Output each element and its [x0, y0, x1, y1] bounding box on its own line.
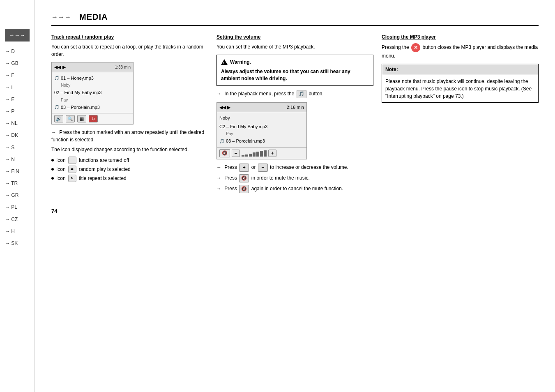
bullet-prefix-3: Icon — [56, 175, 66, 182]
vol-controls: ◀◀ ▶ — [219, 104, 230, 111]
warning-triangle-icon — [221, 59, 228, 65]
sidebar-item-s[interactable]: → S — [0, 142, 35, 154]
sidebar-item-f[interactable]: → F — [0, 69, 35, 81]
note-box: Note: Please note that music playback wi… — [382, 64, 539, 103]
vol-bar-5 — [256, 152, 259, 157]
mute-btn-inline-2[interactable]: 🔇 — [239, 185, 249, 193]
volume-player: ◀◀ ▶ 2:16 min Noby C2 – Find My Baby.mp3… — [216, 102, 307, 159]
bullet-prefix-1: Icon — [56, 157, 66, 164]
sidebar: →→→ → D → GB → F → I → E → P → NL → DK →… — [0, 0, 35, 392]
page-title: MEDIA — [79, 12, 108, 22]
col3-close: Closing the MP3 player Pressing the ✕ bu… — [382, 34, 539, 196]
bullet-item-3: Icon ↻ title repeat is selected — [51, 175, 208, 182]
col1-icon-change-text: The icon displayed changes according to … — [51, 146, 208, 153]
mute-btn-inline-1[interactable]: 🔇 — [239, 174, 249, 182]
sidebar-header: →→→ — [5, 29, 30, 42]
media-player-1: ◀◀ ▶ 1:38 min 🎵 01 – Honey.mp3 Noby — [51, 62, 134, 125]
mp1-back-icon: ◀◀ — [54, 64, 61, 71]
col1-bullet-list: Icon functions are turned off Icon ⇄ ran… — [51, 157, 208, 182]
header-arrows: →→→ — [51, 14, 71, 21]
note-title: Note: — [382, 64, 538, 75]
vol-mute-btn[interactable]: 🔇 — [219, 149, 230, 157]
vol-topbar: ◀◀ ▶ 2:16 min — [217, 103, 306, 113]
sidebar-item-fin[interactable]: → FIN — [0, 166, 35, 178]
col2-playback-text: → In the playback menu, press the 🎵 butt… — [216, 90, 373, 98]
vol-bar-4 — [253, 152, 256, 157]
arrow-indicator-3: → — [216, 164, 221, 171]
sidebar-item-pl[interactable]: → PL — [0, 201, 35, 213]
warning-title: Warning. — [221, 58, 369, 66]
vol-minus-btn[interactable]: − — [232, 150, 240, 157]
vol-bottom: 🔇 − + — [217, 147, 306, 159]
mp1-btn-search[interactable]: 🔍 — [66, 115, 75, 122]
mp1-time: 1:38 min — [115, 64, 131, 70]
warning-text: Always adjust the volume so that you can… — [221, 68, 369, 82]
sidebar-item-dk[interactable]: → DK — [0, 129, 35, 141]
bullet-dot-1 — [51, 159, 54, 161]
mp1-track1-name: 01 – Honey.mp3 — [61, 75, 94, 82]
col1-track-repeat: Track repeat / random play You can set a… — [51, 34, 208, 196]
bullet-text-3: title repeat is selected — [79, 175, 127, 182]
col3-para1-text: Pressing the — [382, 44, 409, 50]
col2-volume: Setting the volume You can set the volum… — [216, 34, 373, 196]
col2-playback-label: In the playback menu, press the — [224, 91, 294, 97]
vol-track2-sub: Pay — [219, 131, 304, 137]
col1-arrow-text: → Press the button marked with an arrow … — [51, 129, 208, 143]
vol-track-subname: Noby — [219, 115, 230, 122]
vol-track3-name: 03 – Porcelain.mp3 — [226, 138, 265, 145]
mp1-controls: ◀◀ ▶ — [54, 64, 66, 71]
icon-circle-off — [68, 157, 76, 164]
bullet-item-1: Icon functions are turned off — [51, 157, 208, 164]
sidebar-item-gb[interactable]: → GB — [0, 58, 35, 69]
sidebar-item-sk[interactable]: → SK — [0, 238, 35, 249]
sidebar-item-i[interactable]: → I — [0, 82, 35, 94]
col2-para1: You can set the volume of the MP3 playba… — [216, 43, 373, 51]
vol-plus-btn[interactable]: + — [268, 150, 276, 157]
note-content: Please note that music playback will con… — [382, 75, 538, 102]
mp1-track3: 🎵 03 – Porcelain.mp3 — [54, 103, 131, 112]
playback-menu-btn[interactable]: 🎵 — [297, 90, 306, 98]
vol-bar-2 — [245, 154, 248, 157]
mp1-topbar: ◀◀ ▶ 1:38 min — [52, 62, 133, 72]
mp1-tracklist: 🎵 01 – Honey.mp3 Noby 02 – Find My Baby.… — [52, 72, 133, 113]
sidebar-item-e[interactable]: → E — [0, 94, 35, 106]
mp1-track1-icon: 🎵 — [54, 75, 59, 81]
sidebar-item-n[interactable]: → N — [0, 154, 35, 166]
arrow-indicator-5: → — [216, 185, 221, 192]
sidebar-item-cz[interactable]: → CZ — [0, 214, 35, 226]
minus-btn-inline[interactable]: − — [258, 164, 268, 172]
bullet-item-2: Icon ⇄ random play is selected — [51, 166, 208, 173]
press-mute1-label: Press — [224, 175, 237, 181]
col2-press-mute1: → Press 🔇 in order to mute the music. — [216, 174, 373, 182]
sidebar-item-d[interactable]: → D — [0, 46, 35, 58]
vol-bars — [242, 150, 267, 157]
vol-track3-icon: 🎵 — [219, 138, 224, 144]
mp1-track3-icon: 🎵 — [54, 104, 59, 110]
sidebar-item-p[interactable]: → P — [0, 106, 35, 118]
vol-bar-1 — [242, 155, 244, 157]
content-columns: Track repeat / random play You can set a… — [51, 34, 539, 196]
mp1-btn-grid[interactable]: ▦ — [77, 115, 86, 122]
warning-box: Warning. Always adjust the volume so tha… — [216, 55, 373, 86]
vol-bar-3 — [249, 154, 252, 157]
press-vol-suffix: to increase or decrease the volume. — [270, 164, 348, 170]
or-label: or — [251, 164, 256, 170]
col2-press-mute2: → Press 🔇 again in order to cancel the m… — [216, 185, 373, 193]
sidebar-item-tr[interactable]: → TR — [0, 178, 35, 189]
bullet-dot-2 — [51, 168, 54, 171]
sidebar-item-gr[interactable]: → GR — [0, 189, 35, 201]
mp1-btn-arrow-marked[interactable]: ↻ — [89, 115, 98, 122]
col1-title: Track repeat / random play — [51, 34, 208, 40]
arrow-indicator-4: → — [216, 174, 221, 182]
bullet-text-2: random play is selected — [79, 166, 131, 173]
sidebar-item-nl[interactable]: → NL — [0, 118, 35, 129]
vol-track2-name: C2 – Find My Baby.mp3 — [219, 123, 267, 130]
col1-content: You can set a track to repeat on a loop,… — [51, 43, 208, 182]
col3-content: Pressing the ✕ button closes the MP3 pla… — [382, 43, 539, 103]
vol-track2: C2 – Find My Baby.mp3 — [219, 122, 304, 131]
plus-btn-inline[interactable]: + — [239, 164, 249, 172]
mp1-track2-name: 02 – Find My Baby.mp3 — [54, 89, 101, 96]
sidebar-item-h[interactable]: → H — [0, 226, 35, 238]
col2-content: You can set the volume of the MP3 playba… — [216, 43, 373, 193]
mp1-btn-speaker[interactable]: 🔊 — [54, 115, 63, 122]
